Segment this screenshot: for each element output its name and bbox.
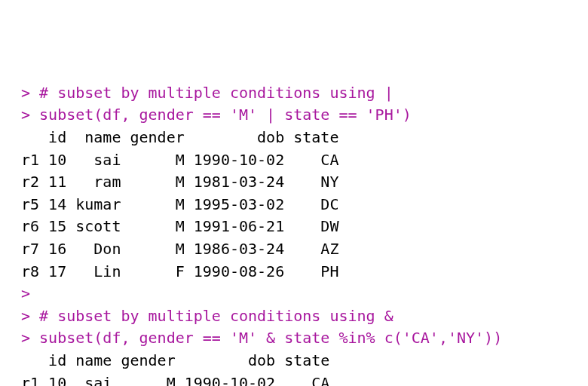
console-output-line: r2 11 ram M 1981-03-24 NY xyxy=(21,171,567,194)
r-console-output: > # subset by multiple conditions using … xyxy=(21,82,567,386)
console-output-line: id name gender dob state xyxy=(21,350,567,372)
console-command-line: > xyxy=(21,283,567,305)
console-command-line: > subset(df, gender == 'M' & state %in% … xyxy=(21,327,567,350)
console-command-line: > # subset by multiple conditions using … xyxy=(21,305,567,328)
console-command-line: > subset(df, gender == 'M' | state == 'P… xyxy=(21,104,567,127)
console-output-line: id name gender dob state xyxy=(21,127,567,149)
console-output-line: r1 10 sai M 1990-10-02 CA xyxy=(21,372,567,387)
console-output-line: r1 10 sai M 1990-10-02 CA xyxy=(21,149,567,172)
console-output-line: r6 15 scott M 1991-06-21 DW xyxy=(21,216,567,238)
console-output-line: r7 16 Don M 1986-03-24 AZ xyxy=(21,238,567,261)
console-command-line: > # subset by multiple conditions using … xyxy=(21,82,567,105)
console-output-line: r5 14 kumar M 1995-03-02 DC xyxy=(21,194,567,216)
console-output-line: r8 17 Lin F 1990-08-26 PH xyxy=(21,261,567,283)
